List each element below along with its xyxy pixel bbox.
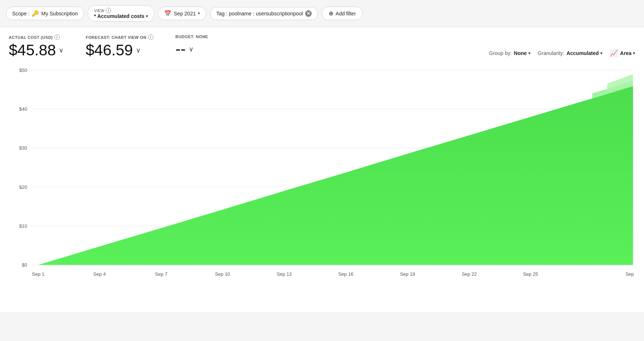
date-label: Sep 2021 bbox=[174, 11, 196, 16]
date-button[interactable]: 📅 Sep 2021 ▾ bbox=[158, 7, 206, 20]
actual-cost-block: ACTUAL COST (USD) i $45.88 ∨ bbox=[9, 34, 64, 59]
svg-text:$40: $40 bbox=[19, 106, 27, 112]
x-label-sep13: Sep 13 bbox=[276, 271, 292, 277]
view-button[interactable]: VIEW i * Accumulated costs ▾ bbox=[88, 5, 154, 22]
x-label-sep19: Sep 19 bbox=[400, 271, 415, 277]
group-by-control[interactable]: Group by: None ▾ bbox=[489, 50, 530, 56]
group-by-value: None ▾ bbox=[514, 50, 531, 56]
x-label-sep16: Sep 16 bbox=[338, 271, 353, 277]
area-chart: $50 $40 $30 $20 $10 $0 Sep 1 bbox=[9, 63, 635, 301]
budget-block: BUDGET: NONE -- ∨ bbox=[176, 34, 208, 58]
x-label-sep22: Sep 22 bbox=[462, 271, 477, 277]
add-filter-label: Add filter bbox=[336, 11, 356, 16]
granularity-value: Accumulated ▾ bbox=[567, 50, 603, 56]
x-label-sep7: Sep 7 bbox=[155, 271, 167, 277]
granularity-chevron-icon: ▾ bbox=[600, 51, 603, 56]
calendar-icon: 📅 bbox=[164, 10, 171, 17]
key-icon: 🔑 bbox=[32, 10, 39, 17]
budget-chevron-icon: ∨ bbox=[189, 45, 193, 53]
svg-text:$30: $30 bbox=[19, 145, 27, 151]
svg-text:$50: $50 bbox=[19, 67, 27, 73]
svg-text:$0: $0 bbox=[22, 263, 27, 268]
scope-value-label: My Subscription bbox=[41, 11, 78, 16]
view-chevron-icon: ▾ bbox=[146, 14, 148, 19]
chart-type-chevron-icon: ▾ bbox=[633, 51, 635, 56]
forecast-chevron-icon: ∨ bbox=[136, 46, 141, 54]
add-filter-icon: ⊕ bbox=[329, 10, 333, 17]
chart-type-control[interactable]: 📈 Area ▾ bbox=[610, 49, 635, 57]
granularity-label: Granularity: bbox=[538, 50, 564, 56]
x-label-sep10: Sep 10 bbox=[215, 271, 230, 277]
x-label-sep1: Sep 1 bbox=[32, 271, 44, 277]
actual-cost-label: ACTUAL COST (USD) i bbox=[9, 34, 64, 40]
granularity-control[interactable]: Granularity: Accumulated ▾ bbox=[538, 50, 603, 56]
tag-filter: Tag : poolname : usersubscriptionpool ✕ bbox=[210, 7, 318, 20]
group-by-chevron-icon: ▾ bbox=[528, 51, 531, 56]
scope-prefix-label: Scope : bbox=[12, 11, 29, 16]
tag-label: Tag : poolname : usersubscriptionpool bbox=[216, 11, 303, 16]
add-filter-button[interactable]: ⊕ Add filter bbox=[322, 7, 363, 20]
x-label-sep4: Sep 4 bbox=[93, 271, 106, 277]
chart-type-value: Area ▾ bbox=[620, 50, 635, 56]
actual-cost-value[interactable]: $45.88 ∨ bbox=[9, 41, 64, 59]
svg-text:$20: $20 bbox=[19, 184, 27, 190]
date-chevron-icon: ▾ bbox=[198, 11, 200, 16]
x-label-sep30: Sep 30 bbox=[625, 271, 635, 277]
view-label: VIEW i bbox=[94, 8, 111, 13]
budget-value[interactable]: -- ∨ bbox=[176, 40, 208, 58]
scope-button[interactable]: Scope : 🔑 My Subscription bbox=[6, 7, 84, 20]
forecast-info-icon[interactable]: i bbox=[148, 34, 153, 40]
view-info-icon[interactable]: i bbox=[106, 8, 111, 13]
actual-cost-info-icon[interactable]: i bbox=[54, 34, 60, 40]
budget-label: BUDGET: NONE bbox=[176, 34, 208, 39]
forecast-value[interactable]: $46.59 ∨ bbox=[86, 41, 153, 59]
actual-cost-chevron-icon: ∨ bbox=[59, 46, 64, 54]
chart-area-fill bbox=[38, 86, 633, 265]
top-bar: Scope : 🔑 My Subscription VIEW i * Accum… bbox=[0, 0, 644, 27]
group-by-label: Group by: bbox=[489, 50, 511, 56]
forecast-label: FORECAST: CHART VIEW ON i bbox=[86, 34, 153, 40]
forecast-block: FORECAST: CHART VIEW ON i $46.59 ∨ bbox=[86, 34, 153, 59]
svg-text:$10: $10 bbox=[19, 223, 27, 229]
tag-remove-button[interactable]: ✕ bbox=[305, 10, 312, 17]
view-value-label: * Accumulated costs ▾ bbox=[94, 13, 148, 19]
chart-area: $50 $40 $30 $20 $10 $0 Sep 1 bbox=[0, 63, 644, 312]
x-label-sep25: Sep 25 bbox=[523, 271, 538, 277]
chart-type-icon: 📈 bbox=[610, 49, 618, 57]
